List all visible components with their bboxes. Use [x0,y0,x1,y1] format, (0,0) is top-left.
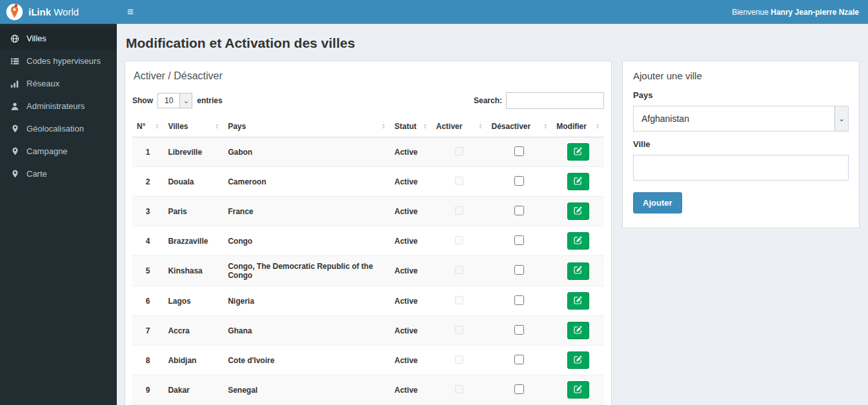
globe-icon [10,34,20,43]
activer-checkbox [455,206,463,215]
modifier-button[interactable] [567,173,589,190]
cell-statut: Active [390,256,432,286]
desactiver-checkbox[interactable] [514,206,524,215]
edit-icon [574,385,582,395]
ville-label: Ville [633,139,849,149]
search-input[interactable] [506,92,604,109]
column-header-modifier[interactable]: Modifier▲▼ [552,117,604,137]
sidebar-item-geolocalisation[interactable]: Géolocalisation [0,117,117,140]
sidebar-item-label: Réseaux [26,79,59,88]
cell-statut: Active [390,375,432,405]
column-header-n[interactable]: N°▲▼ [132,117,163,137]
sidebar-toggle-button[interactable]: ≡ [117,0,144,24]
brand[interactable]: iLink World [0,0,117,24]
table-search-control: Search: [474,92,604,109]
main-content: Modification et Activation des villes Ac… [117,24,868,405]
sort-icon: ▲▼ [215,123,219,130]
column-header-label: Villes [168,122,188,131]
activer-checkbox [455,326,463,334]
cell-numero: 9 [132,375,163,405]
sort-icon: ▲▼ [423,123,427,130]
ajouter-button[interactable]: Ajouter [633,192,682,213]
cell-statut: Active [390,316,432,346]
desactiver-checkbox[interactable] [514,325,524,335]
desactiver-checkbox[interactable] [514,295,524,305]
sidebar: VillesCodes hyperviseursRéseauxAdministr… [0,24,117,405]
cell-numero: 7 [132,316,163,346]
column-header-activer[interactable]: Activer▲▼ [432,117,487,137]
modifier-button[interactable] [567,232,589,250]
activer-checkbox [455,177,463,185]
table-length-control: Show 10 ⌄ entries [132,93,223,108]
table-row: 9DakarSenegalActive [132,375,604,405]
cell-numero: 3 [132,197,163,226]
modifier-button[interactable] [567,292,589,310]
modifier-button[interactable] [567,202,589,220]
app-window: iLink World ≡ Bienvenue Hanry Jean-pierr… [0,0,868,405]
user-icon [10,102,20,111]
villes-panel: Activer / Désactiver Show 10 ⌄ entries S… [125,61,612,405]
pays-select-value: Afghanistan [634,106,689,131]
ville-input[interactable] [633,155,849,181]
sidebar-item-codes-hyperviseurs[interactable]: Codes hyperviseurs [0,50,117,72]
sidebar-item-reseaux[interactable]: Réseaux [0,72,117,95]
cell-ville: Dakar [163,375,223,405]
column-header-villes[interactable]: Villes▲▼ [163,117,223,137]
hamburger-icon: ≡ [127,6,134,19]
cell-pays: Ghana [223,316,390,346]
cell-statut: Active [390,197,432,226]
desactiver-checkbox[interactable] [514,235,524,245]
table-row: 7AccraGhanaActive [132,316,604,346]
modifier-button[interactable] [567,381,589,399]
column-header-label: Statut [394,122,416,131]
column-header-pays[interactable]: Pays▲▼ [223,117,390,137]
sidebar-item-label: Carte [26,169,47,179]
activer-checkbox [455,355,463,364]
villes-table: N°▲▼Villes▲▼Pays▲▼Statut▲▼Activer▲▼Désac… [132,117,604,405]
sidebar-item-campagne[interactable]: Campagne [0,140,117,163]
table-row: 3ParisFranceActive [132,197,604,226]
cell-ville: Accra [163,316,223,346]
modifier-button[interactable] [567,322,589,339]
table-row: 5KinshasaCongo, The Democratic Republic … [132,256,604,286]
edit-icon [574,236,582,246]
panel-title: Activer / Désactiver [134,70,604,82]
entries-label: entries [197,96,222,105]
column-header-desactiver[interactable]: Désactiver▲▼ [487,117,552,137]
entries-select[interactable]: 10 ⌄ [157,93,192,108]
map-marker-icon [10,124,20,133]
show-label: Show [132,96,153,105]
cell-ville: Brazzaville [163,226,223,256]
sidebar-item-administrateurs[interactable]: Administrateurs [0,95,117,117]
map-marker-icon [10,147,20,155]
entries-select-value: 10 [158,94,179,108]
cell-numero: 8 [132,346,163,375]
desactiver-checkbox[interactable] [514,146,524,156]
top-bar: iLink World ≡ Bienvenue Hanry Jean-pierr… [0,0,868,24]
table-row: 8AbidjanCote d'IvoireActive [132,346,604,375]
cell-pays: Cameroon [223,167,390,197]
modifier-button[interactable] [567,143,589,161]
pays-select[interactable]: Afghanistan ⌄ [633,106,849,132]
cell-ville: Paris [163,197,223,226]
column-header-statut[interactable]: Statut▲▼ [390,117,432,137]
sidebar-item-carte[interactable]: Carte [0,163,117,185]
desactiver-checkbox[interactable] [514,384,524,394]
sidebar-item-villes[interactable]: Villes [0,27,117,50]
cell-numero: 5 [132,256,163,286]
signal-icon [10,79,20,88]
desactiver-checkbox[interactable] [514,355,524,364]
table-row: 6LagosNigeriaActive [132,286,604,316]
sort-icon: ▲▼ [596,123,600,130]
cell-numero: 2 [132,167,163,197]
modifier-button[interactable] [567,351,589,369]
desactiver-checkbox[interactable] [514,176,524,186]
edit-icon [574,206,582,217]
desactiver-checkbox[interactable] [514,265,524,275]
activer-checkbox [455,296,463,304]
modifier-button[interactable] [567,262,589,280]
cell-statut: Active [390,286,432,316]
cell-ville: Lagos [163,286,223,316]
sidebar-item-label: Géolocalisation [26,124,84,133]
sort-icon: ▲▼ [381,123,385,130]
